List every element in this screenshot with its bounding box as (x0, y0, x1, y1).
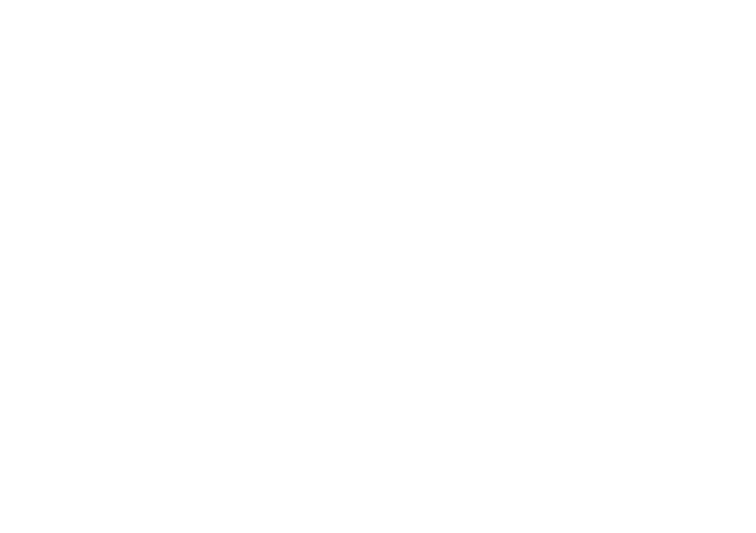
sequence-diagram (0, 0, 756, 533)
